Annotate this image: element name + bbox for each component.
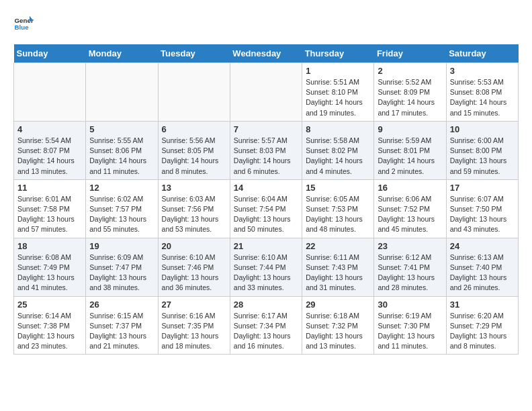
calendar-day-cell: 16Sunrise: 6:06 AM Sunset: 7:52 PM Dayli… [374,179,446,238]
day-number: 21 [234,241,298,251]
calendar-week-row: 11Sunrise: 6:01 AM Sunset: 7:58 PM Dayli… [14,179,519,238]
day-info: Sunrise: 6:11 AM Sunset: 7:43 PM Dayligh… [306,253,370,293]
day-number: 7 [234,124,298,134]
calendar-day-cell: 14Sunrise: 6:04 AM Sunset: 7:54 PM Dayli… [230,179,302,238]
calendar-day-cell: 2Sunrise: 5:52 AM Sunset: 8:09 PM Daylig… [374,63,446,122]
day-number: 26 [89,300,154,310]
calendar-day-cell: 9Sunrise: 5:59 AM Sunset: 8:01 PM Daylig… [374,121,446,179]
calendar-day-cell: 21Sunrise: 6:10 AM Sunset: 7:44 PM Dayli… [230,238,302,296]
calendar-day-cell: 13Sunrise: 6:03 AM Sunset: 7:56 PM Dayli… [158,179,230,238]
calendar-day-cell: 20Sunrise: 6:10 AM Sunset: 7:46 PM Dayli… [158,238,230,296]
calendar-day-cell: 15Sunrise: 6:05 AM Sunset: 7:53 PM Dayli… [302,179,374,238]
calendar-day-cell: 3Sunrise: 5:53 AM Sunset: 8:08 PM Daylig… [446,63,518,122]
weekday-header-cell: Wednesday [230,44,302,63]
day-info: Sunrise: 5:59 AM Sunset: 8:01 PM Dayligh… [378,136,442,177]
weekday-header-cell: Monday [86,44,158,63]
day-info: Sunrise: 5:54 AM Sunset: 8:07 PM Dayligh… [17,136,82,177]
day-number: 5 [89,124,154,134]
calendar-day-cell: 12Sunrise: 6:02 AM Sunset: 7:57 PM Dayli… [86,179,158,238]
calendar-day-cell: 22Sunrise: 6:11 AM Sunset: 7:43 PM Dayli… [302,238,374,296]
calendar-day-cell [86,63,158,122]
day-info: Sunrise: 5:53 AM Sunset: 8:08 PM Dayligh… [450,77,515,118]
day-info: Sunrise: 6:10 AM Sunset: 7:44 PM Dayligh… [234,253,298,293]
day-number: 16 [378,183,442,193]
day-number: 25 [17,300,82,310]
day-number: 22 [306,241,370,251]
day-number: 28 [234,300,298,310]
calendar-day-cell: 4Sunrise: 5:54 AM Sunset: 8:07 PM Daylig… [14,121,86,179]
day-info: Sunrise: 6:06 AM Sunset: 7:52 PM Dayligh… [378,194,442,235]
day-info: Sunrise: 6:01 AM Sunset: 7:58 PM Dayligh… [17,194,82,235]
day-number: 12 [89,183,154,193]
svg-text:Blue: Blue [15,24,30,31]
day-info: Sunrise: 6:02 AM Sunset: 7:57 PM Dayligh… [89,194,154,235]
calendar-day-cell: 30Sunrise: 6:19 AM Sunset: 7:30 PM Dayli… [374,296,446,355]
day-number: 8 [306,124,370,134]
day-number: 2 [378,66,442,76]
calendar-day-cell: 5Sunrise: 5:55 AM Sunset: 8:06 PM Daylig… [86,121,158,179]
calendar-day-cell [230,63,302,122]
day-number: 30 [378,300,442,310]
day-info: Sunrise: 6:05 AM Sunset: 7:53 PM Dayligh… [306,194,370,235]
weekday-header-cell: Sunday [14,44,86,63]
day-number: 24 [450,241,515,251]
day-info: Sunrise: 6:08 AM Sunset: 7:49 PM Dayligh… [17,253,82,293]
day-info: Sunrise: 5:55 AM Sunset: 8:06 PM Dayligh… [89,136,154,177]
page-header: General Blue [13,13,519,34]
calendar-day-cell: 11Sunrise: 6:01 AM Sunset: 7:58 PM Dayli… [14,179,86,238]
calendar-day-cell: 1Sunrise: 5:51 AM Sunset: 8:10 PM Daylig… [302,63,374,122]
day-number: 31 [450,300,515,310]
weekday-header-row: SundayMondayTuesdayWednesdayThursdayFrid… [14,44,519,63]
day-info: Sunrise: 6:14 AM Sunset: 7:38 PM Dayligh… [17,311,82,352]
day-info: Sunrise: 6:03 AM Sunset: 7:56 PM Dayligh… [162,194,226,235]
day-info: Sunrise: 5:56 AM Sunset: 8:05 PM Dayligh… [162,136,226,177]
day-info: Sunrise: 5:52 AM Sunset: 8:09 PM Dayligh… [378,77,442,118]
day-info: Sunrise: 5:51 AM Sunset: 8:10 PM Dayligh… [306,77,370,118]
day-number: 27 [162,300,226,310]
calendar-day-cell: 19Sunrise: 6:09 AM Sunset: 7:47 PM Dayli… [86,238,158,296]
calendar-day-cell [14,63,86,122]
calendar-week-row: 4Sunrise: 5:54 AM Sunset: 8:07 PM Daylig… [14,121,519,179]
day-number: 19 [89,241,154,251]
calendar-week-row: 25Sunrise: 6:14 AM Sunset: 7:38 PM Dayli… [14,296,519,355]
weekday-header-cell: Tuesday [158,44,230,63]
calendar-day-cell: 8Sunrise: 5:58 AM Sunset: 8:02 PM Daylig… [302,121,374,179]
day-number: 20 [162,241,226,251]
day-info: Sunrise: 5:57 AM Sunset: 8:03 PM Dayligh… [234,136,298,177]
calendar-day-cell: 31Sunrise: 6:20 AM Sunset: 7:29 PM Dayli… [446,296,518,355]
logo: General Blue [13,13,38,34]
calendar-day-cell: 24Sunrise: 6:13 AM Sunset: 7:40 PM Dayli… [446,238,518,296]
day-info: Sunrise: 6:19 AM Sunset: 7:30 PM Dayligh… [378,311,442,352]
day-number: 18 [17,241,82,251]
day-number: 14 [234,183,298,193]
calendar-week-row: 18Sunrise: 6:08 AM Sunset: 7:49 PM Dayli… [14,238,519,296]
calendar-week-row: 1Sunrise: 5:51 AM Sunset: 8:10 PM Daylig… [14,63,519,122]
day-number: 10 [450,124,515,134]
day-info: Sunrise: 6:15 AM Sunset: 7:37 PM Dayligh… [89,311,154,352]
calendar-day-cell: 26Sunrise: 6:15 AM Sunset: 7:37 PM Dayli… [86,296,158,355]
day-number: 13 [162,183,226,193]
calendar-day-cell: 25Sunrise: 6:14 AM Sunset: 7:38 PM Dayli… [14,296,86,355]
day-number: 17 [450,183,515,193]
calendar-body: 1Sunrise: 5:51 AM Sunset: 8:10 PM Daylig… [14,63,519,355]
calendar-day-cell: 10Sunrise: 6:00 AM Sunset: 8:00 PM Dayli… [446,121,518,179]
weekday-header-cell: Friday [374,44,446,63]
day-info: Sunrise: 6:00 AM Sunset: 8:00 PM Dayligh… [450,136,515,177]
calendar-day-cell: 7Sunrise: 5:57 AM Sunset: 8:03 PM Daylig… [230,121,302,179]
logo-icon: General Blue [13,13,34,34]
calendar-day-cell [158,63,230,122]
day-info: Sunrise: 6:12 AM Sunset: 7:41 PM Dayligh… [378,253,442,293]
day-number: 6 [162,124,226,134]
day-number: 3 [450,66,515,76]
calendar-day-cell: 23Sunrise: 6:12 AM Sunset: 7:41 PM Dayli… [374,238,446,296]
weekday-header-cell: Thursday [302,44,374,63]
day-info: Sunrise: 6:07 AM Sunset: 7:50 PM Dayligh… [450,194,515,235]
day-info: Sunrise: 6:16 AM Sunset: 7:35 PM Dayligh… [162,311,226,352]
day-number: 15 [306,183,370,193]
calendar-day-cell: 27Sunrise: 6:16 AM Sunset: 7:35 PM Dayli… [158,296,230,355]
day-info: Sunrise: 6:09 AM Sunset: 7:47 PM Dayligh… [89,253,154,293]
day-number: 11 [17,183,82,193]
calendar-day-cell: 28Sunrise: 6:17 AM Sunset: 7:34 PM Dayli… [230,296,302,355]
day-info: Sunrise: 6:20 AM Sunset: 7:29 PM Dayligh… [450,311,515,352]
calendar-day-cell: 18Sunrise: 6:08 AM Sunset: 7:49 PM Dayli… [14,238,86,296]
